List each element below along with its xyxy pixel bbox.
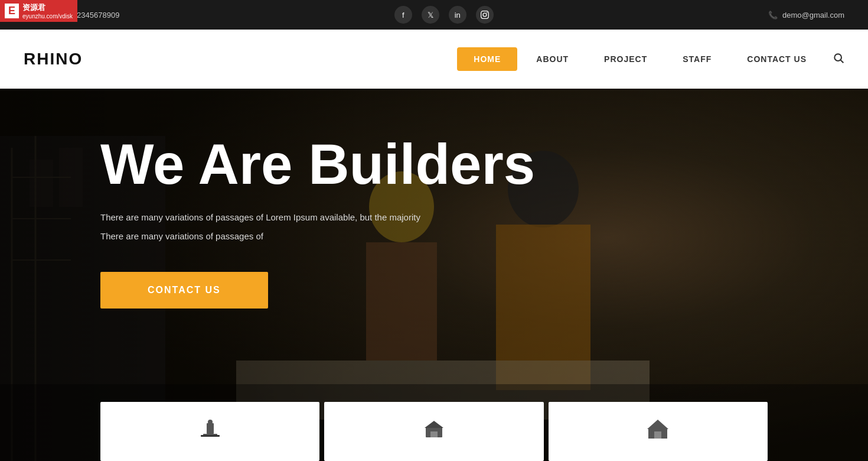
social-links[interactable]: f 𝕏 in: [394, 6, 494, 24]
nav-about[interactable]: ABOUT: [520, 47, 585, 71]
hero-title: We Are Builders: [100, 136, 768, 193]
hero-cta-button[interactable]: CONTACT US: [100, 272, 268, 309]
card-3: [549, 402, 768, 461]
nav-links: HOME ABOUT PROJECT STAFF CONTACT US: [457, 47, 844, 71]
card-icon-1: [198, 417, 222, 446]
nav-project[interactable]: PROJECT: [588, 47, 664, 71]
nav-staff[interactable]: STAFF: [666, 47, 728, 71]
hero-subtitle-1: There are many variations of passages of…: [100, 210, 768, 225]
feature-cards: [100, 402, 768, 461]
facebook-icon[interactable]: f: [394, 6, 412, 24]
instagram-icon[interactable]: [476, 6, 494, 24]
brand-logo[interactable]: RHINO: [24, 50, 83, 69]
svg-point-0: [834, 54, 841, 61]
linkedin-icon[interactable]: in: [449, 6, 466, 24]
hero-subtitle-2: There are many variations of passages of: [100, 229, 768, 244]
twitter-icon[interactable]: 𝕏: [422, 6, 439, 24]
svg-line-1: [841, 60, 844, 63]
svg-rect-24: [430, 431, 438, 437]
email-icon: 📞: [768, 11, 778, 20]
card-2: [324, 402, 543, 461]
card-icon-3: [646, 417, 670, 446]
card-icon-2: [422, 417, 446, 446]
nav-contact[interactable]: CONTACT US: [730, 47, 823, 71]
watermark-text: 资源君 eyunzhu.com/vdisk: [22, 2, 73, 20]
svg-rect-21: [201, 435, 220, 437]
nav-home[interactable]: HOME: [457, 47, 517, 71]
svg-point-20: [208, 420, 213, 424]
email-address: demo@gmail.com: [782, 11, 844, 20]
watermark: E 资源君 eyunzhu.com/vdisk: [0, 0, 77, 22]
svg-rect-26: [654, 431, 661, 439]
card-1: [100, 402, 319, 461]
top-bar: 📞 Call : +01 12345678909 f 𝕏 in 📞 demo@g…: [0, 0, 868, 30]
navbar: RHINO HOME ABOUT PROJECT STAFF CONTACT U…: [0, 30, 868, 89]
search-icon[interactable]: [833, 52, 844, 67]
svg-marker-23: [425, 421, 443, 428]
watermark-icon: E: [5, 4, 19, 18]
hero-section: We Are Builders There are many variation…: [0, 89, 868, 461]
hero-content: We Are Builders There are many variation…: [0, 89, 868, 356]
email-info: 📞 demo@gmail.com: [768, 11, 844, 20]
svg-rect-19: [207, 423, 214, 434]
